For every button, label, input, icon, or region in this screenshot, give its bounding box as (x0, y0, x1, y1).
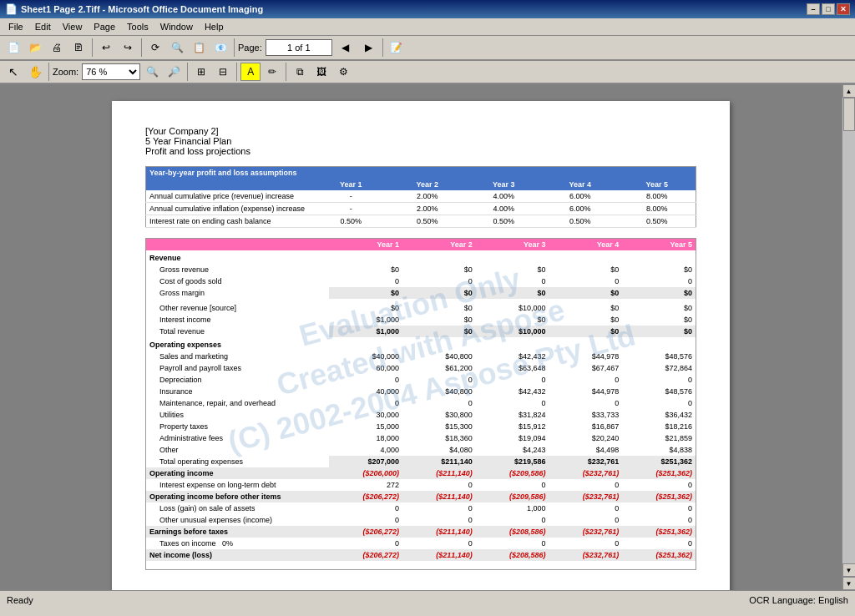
settings-button[interactable]: ⚙ (333, 63, 353, 81)
row-y2: 0 (402, 397, 476, 409)
menu-tools[interactable]: Tools (122, 20, 154, 33)
row-y2: ($211,140) (402, 491, 476, 502)
row-y2: $40,800 (402, 386, 476, 397)
cursor-tool[interactable]: ↖ (3, 63, 23, 81)
scroll-thumb[interactable] (843, 98, 855, 131)
menu-file[interactable]: File (3, 20, 28, 33)
menu-help[interactable]: Help (200, 20, 229, 33)
new-button[interactable]: 📄 (3, 38, 23, 57)
title-bar: 📄 Sheet1 Page 2.Tiff - Microsoft Office … (0, 0, 855, 18)
row-y5: 0 (622, 538, 696, 549)
print-button[interactable]: 🖨 (47, 38, 67, 57)
row-y3: $0 (476, 287, 549, 299)
assumptions-col-y1: Year 1 (313, 179, 390, 190)
prev-page-button[interactable]: ◀ (336, 38, 356, 57)
menu-view[interactable]: View (58, 20, 88, 33)
row-label: Other unusual expenses (income) (146, 514, 329, 526)
menu-window[interactable]: Window (155, 20, 198, 33)
sep-5 (48, 63, 49, 81)
table-row: Interest expense on long-term debt 272 0… (146, 479, 696, 491)
copy-text-button[interactable]: 📋 (189, 38, 209, 57)
row-y1: 4,000 (329, 444, 402, 456)
row-y3: 4.00% (466, 190, 543, 203)
redo-button[interactable]: ↪ (118, 38, 138, 57)
row-y4: ($232,761) (549, 526, 622, 538)
ocr-button[interactable]: 📝 (387, 38, 407, 57)
table-row: Other 4,000 $4,080 $4,243 $4,498 $4,838 (146, 444, 696, 456)
main-col-y5: Year 5 (622, 239, 696, 250)
next-page-button[interactable]: ▶ (359, 38, 379, 57)
row-y4: $33,733 (549, 409, 622, 421)
row-y3: ($209,586) (476, 467, 549, 479)
maximize-button[interactable]: □ (822, 3, 835, 15)
page-input[interactable] (266, 39, 332, 56)
scroll-down-button-2[interactable]: ▼ (842, 577, 856, 590)
row-y5: $0 (622, 314, 696, 326)
row-y4: 0.50% (542, 215, 619, 228)
main-col-y3: Year 3 (476, 239, 549, 250)
highlight-button[interactable]: A (240, 63, 261, 81)
row-y5: $72,864 (622, 362, 696, 374)
row-y4: $16,867 (549, 421, 622, 432)
company-name: [Your Company 2] (145, 126, 696, 136)
annotation-button[interactable]: ✏ (262, 63, 282, 81)
row-y4: $44,978 (549, 386, 622, 397)
plan-subtitle: Profit and loss projections (145, 146, 696, 156)
fit-page-button[interactable]: ⊞ (191, 63, 211, 81)
table-row: Loss (gain) on sale of assets 0 0 1,000 … (146, 502, 696, 514)
row-y2: $0 (402, 314, 476, 326)
fit-width-button[interactable]: ⊟ (213, 63, 233, 81)
row-y1: 272 (329, 479, 402, 491)
row-y2: ($211,140) (402, 467, 476, 479)
scroll-up-button[interactable]: ▲ (842, 84, 856, 98)
zoom-label: Zoom: (53, 67, 78, 77)
insert-img-button[interactable]: 🖼 (311, 63, 331, 81)
close-button[interactable]: ✕ (837, 3, 850, 15)
menu-page[interactable]: Page (89, 20, 120, 33)
minimize-button[interactable]: – (807, 3, 820, 15)
row-y2: 2.00% (389, 203, 466, 215)
open-button[interactable]: 📂 (25, 38, 45, 57)
main-col-y1: Year 1 (329, 239, 402, 250)
row-y4: 0 (549, 374, 622, 386)
row-y4: $4,498 (549, 444, 622, 456)
row-y1: $0 (329, 302, 402, 314)
scroll-track[interactable] (842, 98, 855, 563)
scroll-down-button-1[interactable]: ▼ (842, 563, 856, 577)
zoom-select[interactable]: 76 % 50 % 75 % 100 % 150 % (82, 63, 140, 80)
row-label: Maintenance, repair, and overhead (146, 397, 329, 409)
zoom-in-button[interactable]: 🔎 (164, 63, 184, 81)
menu-edit[interactable]: Edit (30, 20, 56, 33)
assumptions-row: Annual cumulative price (revenue) increa… (146, 190, 696, 203)
assumptions-col-y5: Year 5 (619, 179, 696, 190)
document-page: Evaluation Only Created with Aspose (C) … (112, 101, 730, 590)
row-label: Earnings before taxes (146, 526, 329, 538)
toolbar-2: ↖ ✋ Zoom: 76 % 50 % 75 % 100 % 150 % 🔍 🔎… (0, 61, 855, 84)
page-wrapper: Evaluation Only Created with Aspose (C) … (0, 84, 842, 590)
hand-tool[interactable]: ✋ (25, 63, 45, 81)
row-y2: ($211,140) (402, 549, 476, 561)
row-y4: 0 (549, 479, 622, 491)
table-row: Property taxes 15,000 $15,300 $15,912 $1… (146, 421, 696, 432)
copy-button[interactable]: ⧉ (290, 63, 310, 81)
row-y3: ($208,586) (476, 549, 549, 561)
row-y3: $19,094 (476, 432, 549, 444)
rotate-button[interactable]: ⟳ (145, 38, 165, 57)
row-label: Operating income before other items (146, 491, 329, 502)
window-title: Sheet1 Page 2.Tiff - Microsoft Office Do… (21, 4, 263, 14)
undo-button[interactable]: ↩ (96, 38, 116, 57)
search-button[interactable]: 🔍 (167, 38, 187, 57)
row-y5: $18,216 (622, 421, 696, 432)
row-label: Total revenue (146, 326, 329, 337)
send-button[interactable]: 📧 (210, 38, 230, 57)
row-y3: $63,648 (476, 362, 549, 374)
window-controls: – □ ✕ (807, 3, 850, 15)
row-y1: ($206,000) (329, 467, 402, 479)
row-y5: 0 (622, 514, 696, 526)
row-y2: $0 (402, 264, 476, 275)
zoom-out-button[interactable]: 🔍 (142, 63, 162, 81)
row-y1: $0 (329, 264, 402, 275)
scan-button[interactable]: 🖹 (68, 38, 89, 57)
row-label: Interest rate on ending cash balance (146, 215, 313, 228)
row-label: Sales and marketing (146, 351, 329, 362)
